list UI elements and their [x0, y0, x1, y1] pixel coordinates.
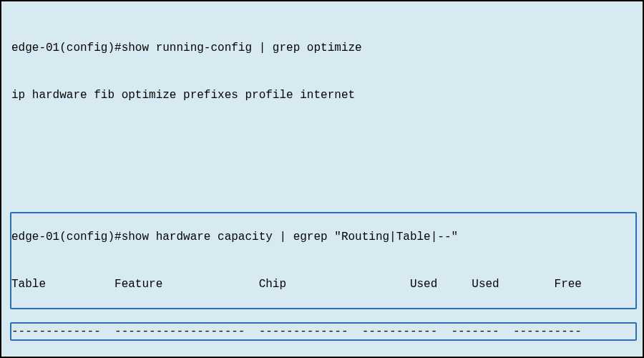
cmd1-line: edge-01(config)#show running-config | gr…	[11, 40, 633, 56]
table-rule: ------------- ------------------- ------…	[11, 324, 633, 339]
blank-2	[11, 182, 633, 198]
cmd1-output-1: ip hardware fib optimize prefixes profil…	[11, 87, 633, 103]
table-header: Table Feature Chip Used Used Free	[11, 276, 633, 292]
blank-1	[11, 135, 633, 150]
cmd2-line: edge-01(config)#show hardware capacity |…	[11, 229, 633, 245]
cli-terminal: edge-01(config)#show running-config | gr…	[0, 0, 644, 358]
highlight-resource-rows	[10, 212, 637, 309]
